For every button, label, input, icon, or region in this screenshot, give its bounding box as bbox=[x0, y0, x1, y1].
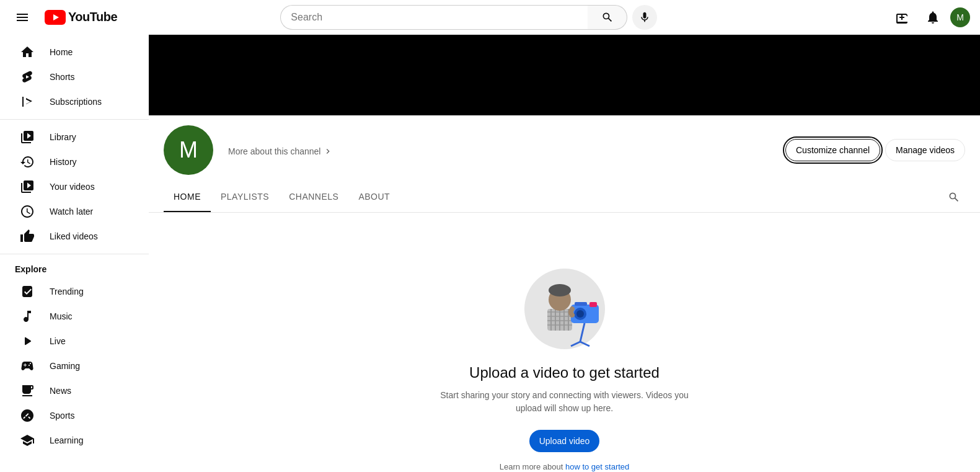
sidebar-item-live[interactable]: Live bbox=[5, 329, 144, 354]
tab-playlists[interactable]: PLAYLISTS bbox=[211, 182, 279, 212]
library-icon bbox=[20, 130, 35, 145]
sidebar-label-gaming: Gaming bbox=[50, 361, 80, 371]
sidebar-item-home[interactable]: Home bbox=[5, 40, 144, 65]
your-videos-icon bbox=[20, 179, 35, 194]
channel-info: M More about this channel Customize chan… bbox=[149, 115, 980, 175]
topnav-right: M bbox=[891, 5, 970, 30]
search-button[interactable] bbox=[588, 5, 627, 30]
mic-button[interactable] bbox=[632, 5, 657, 30]
sidebar-item-shorts[interactable]: Shorts bbox=[5, 65, 144, 89]
sidebar-label-liked-videos: Liked videos bbox=[50, 231, 98, 241]
create-button[interactable] bbox=[891, 5, 916, 30]
how-to-link[interactable]: how to get started bbox=[565, 462, 629, 471]
news-icon bbox=[20, 383, 35, 398]
search-form bbox=[280, 5, 627, 30]
customize-channel-button[interactable]: Customize channel bbox=[785, 139, 880, 161]
explore-section-title: Explore bbox=[0, 259, 149, 279]
sidebar-label-news: News bbox=[50, 386, 71, 396]
mic-icon bbox=[638, 11, 651, 24]
sidebar-label-live: Live bbox=[50, 336, 66, 346]
tab-about[interactable]: ABOUT bbox=[348, 182, 400, 212]
sidebar-item-learning[interactable]: Learning bbox=[5, 428, 144, 453]
tab-about-label: ABOUT bbox=[358, 192, 390, 202]
bell-icon bbox=[925, 10, 940, 25]
channel-actions: Customize channel Manage videos bbox=[785, 139, 965, 161]
subscriptions-icon bbox=[20, 94, 35, 109]
live-icon bbox=[20, 334, 35, 349]
sidebar-item-subscriptions[interactable]: Subscriptions bbox=[5, 89, 144, 114]
topnav-center bbox=[270, 5, 667, 30]
sidebar-item-watch-later[interactable]: Watch later bbox=[5, 199, 144, 224]
channel-search-icon bbox=[948, 191, 960, 203]
topnav: YouTube M bbox=[0, 0, 980, 35]
create-icon bbox=[896, 10, 911, 25]
search-icon bbox=[601, 11, 614, 24]
channel-search-button[interactable] bbox=[943, 186, 965, 208]
sidebar-item-history[interactable]: History bbox=[5, 149, 144, 174]
user-avatar-button[interactable]: M bbox=[950, 7, 970, 27]
liked-videos-icon bbox=[20, 229, 35, 244]
youtube-logo-text: YouTube bbox=[68, 10, 117, 24]
gaming-icon bbox=[20, 358, 35, 373]
channel-more-link[interactable]: More about this channel bbox=[228, 146, 770, 156]
channel-avatar: M bbox=[164, 125, 213, 175]
sidebar-label-sports: Sports bbox=[50, 411, 74, 421]
chevron-right-icon bbox=[323, 146, 333, 156]
channel-details: More about this channel bbox=[228, 144, 770, 156]
tab-playlists-label: PLAYLISTS bbox=[221, 192, 269, 202]
sidebar: Home Shorts Subscriptions Library Histor… bbox=[0, 35, 149, 472]
shorts-icon bbox=[20, 69, 35, 84]
svg-point-17 bbox=[576, 310, 584, 318]
sidebar-label-your-videos: Your videos bbox=[50, 182, 95, 192]
sidebar-label-learning: Learning bbox=[50, 435, 84, 445]
trending-icon bbox=[20, 284, 35, 299]
history-icon bbox=[20, 154, 35, 169]
sidebar-label-subscriptions: Subscriptions bbox=[50, 97, 102, 107]
manage-videos-button[interactable]: Manage videos bbox=[885, 139, 965, 161]
main-content: M More about this channel Customize chan… bbox=[149, 35, 980, 472]
sidebar-item-gaming[interactable]: Gaming bbox=[5, 354, 144, 378]
youtube-logo-icon bbox=[45, 10, 66, 25]
sidebar-divider-2 bbox=[0, 254, 149, 254]
sidebar-item-trending[interactable]: Trending bbox=[5, 279, 144, 304]
tab-channels-label: CHANNELS bbox=[289, 192, 338, 202]
sidebar-label-history: History bbox=[50, 157, 77, 167]
sidebar-label-music: Music bbox=[50, 311, 73, 321]
sidebar-label-watch-later: Watch later bbox=[50, 207, 93, 216]
upload-description: Start sharing your story and connecting … bbox=[435, 389, 695, 415]
channel-content: Upload a video to get started Start shar… bbox=[149, 213, 980, 472]
channel-banner bbox=[149, 35, 980, 115]
upload-video-label: Upload video bbox=[539, 436, 590, 446]
tab-home[interactable]: HOME bbox=[164, 182, 211, 212]
tab-home-label: HOME bbox=[174, 192, 201, 202]
sidebar-item-your-videos[interactable]: Your videos bbox=[5, 174, 144, 199]
svg-rect-18 bbox=[589, 302, 597, 307]
how-to-text: Learn more about how to get started bbox=[500, 462, 630, 471]
sidebar-divider-1 bbox=[0, 119, 149, 120]
channel-more-label: More about this channel bbox=[228, 146, 320, 156]
youtube-logo[interactable]: YouTube bbox=[45, 10, 117, 25]
upload-video-button[interactable]: Upload video bbox=[529, 430, 600, 452]
home-icon bbox=[20, 45, 35, 60]
tab-channels[interactable]: CHANNELS bbox=[279, 182, 348, 212]
sidebar-label-trending: Trending bbox=[50, 287, 84, 296]
topnav-left: YouTube bbox=[10, 5, 159, 30]
manage-videos-label: Manage videos bbox=[896, 145, 955, 155]
hamburger-button[interactable] bbox=[10, 5, 35, 30]
notifications-button[interactable] bbox=[920, 5, 945, 30]
music-icon bbox=[20, 309, 35, 324]
sidebar-item-music[interactable]: Music bbox=[5, 304, 144, 329]
sidebar-label-home: Home bbox=[50, 47, 73, 57]
learning-icon bbox=[20, 433, 35, 448]
sidebar-item-liked-videos[interactable]: Liked videos bbox=[5, 224, 144, 249]
sidebar-item-library[interactable]: Library bbox=[5, 125, 144, 149]
search-input[interactable] bbox=[280, 5, 588, 30]
channel-tabs: HOME PLAYLISTS CHANNELS ABOUT bbox=[149, 182, 980, 213]
menu-icon bbox=[15, 10, 30, 25]
how-to-prefix: Learn more about bbox=[500, 462, 565, 471]
upload-title: Upload a video to get started bbox=[469, 364, 660, 381]
channel-header: M More about this channel Customize chan… bbox=[149, 35, 980, 213]
sidebar-item-sports[interactable]: Sports bbox=[5, 403, 144, 428]
sidebar-item-news[interactable]: News bbox=[5, 378, 144, 403]
svg-rect-19 bbox=[575, 302, 587, 306]
